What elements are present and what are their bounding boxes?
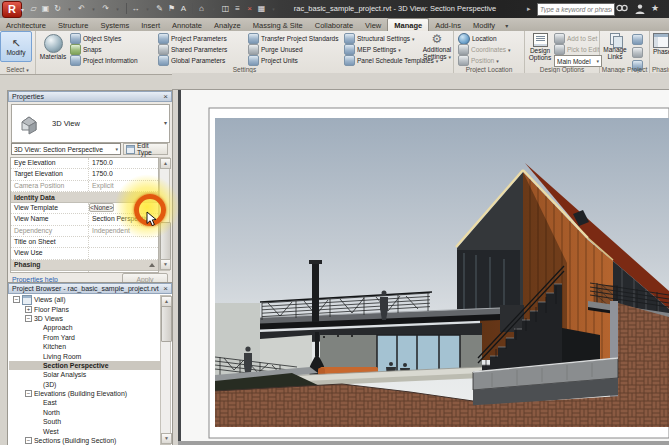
expander-icon[interactable]: − <box>25 390 32 397</box>
scroll-down-icon[interactable]: ▼ <box>161 433 172 444</box>
add-to-set-button[interactable]: Add to Set <box>554 33 602 44</box>
tree-item-3d-views[interactable]: −3D Views <box>9 314 161 323</box>
tree-item-section-perspective[interactable]: Section Perspective <box>9 361 161 370</box>
drawing-area-3d-view[interactable] <box>172 73 669 445</box>
browser-scrollbar[interactable]: ▲ ▼ <box>160 295 171 445</box>
select-panel-label[interactable]: Select ▾ <box>0 65 35 74</box>
properties-close-icon[interactable]: × <box>163 92 168 101</box>
tab-analyze[interactable]: Analyze <box>208 19 247 31</box>
view-selector-combo[interactable]: 3D View: Section Perspective▾ <box>11 143 121 155</box>
tree-item-sections[interactable]: −Sections (Building Section) <box>9 436 161 445</box>
redo-icon[interactable]: ↷ <box>100 3 111 15</box>
expander-icon[interactable]: − <box>25 315 32 322</box>
project-browser-close-icon[interactable]: × <box>163 284 168 293</box>
search-box[interactable] <box>537 3 615 16</box>
scroll-down-icon[interactable]: ▼ <box>160 259 171 270</box>
properties-header[interactable]: Properties × <box>8 91 172 102</box>
favorites-star-icon[interactable]: ★ <box>651 3 659 13</box>
tree-item-kitchen[interactable]: Kitchen <box>9 342 161 351</box>
detail-line-icon[interactable]: ✎ <box>154 3 165 15</box>
shared-parameters-button[interactable]: Shared Parameters <box>158 44 227 55</box>
tab-architecture[interactable]: Architecture <box>0 19 52 31</box>
tree-item-floor-plans[interactable]: +Floor Plans <box>9 304 161 313</box>
collapse-chevron-icon[interactable] <box>149 263 155 267</box>
text-icon[interactable]: A <box>178 3 189 15</box>
decal-types-icon[interactable] <box>632 47 643 58</box>
tab-collaborate[interactable]: Collaborate <box>309 19 359 31</box>
property-row[interactable]: Camera PositionExplicit <box>11 181 158 192</box>
pick-to-edit-button[interactable]: Pick to Edit <box>554 44 602 55</box>
property-row[interactable]: Title on Sheet <box>11 237 158 248</box>
type-selector-dropdown-icon[interactable]: ▾ <box>164 119 167 126</box>
tree-item-east[interactable]: East <box>9 398 161 407</box>
project-parameters-button[interactable]: Project Parameters <box>158 33 227 44</box>
expander-icon[interactable]: + <box>25 306 32 313</box>
tree-item-living-room[interactable]: Living Room <box>9 351 161 360</box>
phases-button[interactable]: Phases <box>653 33 669 55</box>
sign-in-icon[interactable] <box>633 3 647 15</box>
additional-settings-button[interactable]: ⚙ Additional Settings ▾ <box>422 33 452 61</box>
property-row[interactable]: Eye Elevation1750.0 <box>11 158 158 169</box>
tab-view[interactable]: View <box>359 19 387 31</box>
design-options-button[interactable]: Design Options <box>527 33 553 61</box>
redo-dropdown-icon[interactable]: ▾ <box>112 3 123 15</box>
sync-icon[interactable]: ↻ <box>52 3 63 15</box>
scrollbar-thumb[interactable] <box>161 306 172 342</box>
tab-massing-site[interactable]: Massing & Site <box>247 19 309 31</box>
default-3d-view-icon[interactable]: ⌂ <box>196 3 207 15</box>
open-icon[interactable]: ▱ <box>28 3 39 15</box>
search-icon[interactable] <box>615 3 629 15</box>
ribbon-display-toggle-icon[interactable]: ▾ <box>501 20 512 31</box>
transfer-project-standards-button[interactable]: Transfer Project Standards <box>248 33 338 44</box>
tree-item-solar-analysis[interactable]: Solar Analysis <box>9 370 161 379</box>
measure-dropdown-icon[interactable]: ▾ <box>142 3 153 15</box>
expander-icon[interactable]: − <box>13 296 20 303</box>
tag-icon[interactable]: ⚑ <box>166 3 177 15</box>
tab-insert[interactable]: Insert <box>135 19 166 31</box>
tab-modify[interactable]: Modify <box>467 19 501 31</box>
coordinates-button[interactable]: Coordinates▾ <box>458 44 511 55</box>
tree-item-west[interactable]: West <box>9 426 161 435</box>
undo-dropdown-icon[interactable]: ▾ <box>88 3 99 15</box>
manage-images-icon[interactable] <box>632 34 643 45</box>
object-styles-button[interactable]: Object Styles <box>70 33 138 44</box>
purge-unused-button[interactable]: Purge Unused <box>248 44 338 55</box>
scrollbar-thumb[interactable] <box>160 222 171 260</box>
tree-item-north[interactable]: North <box>9 408 161 417</box>
undo-icon[interactable]: ↶ <box>76 3 87 15</box>
tree-item-elevations[interactable]: −Elevations (Building Elevation) <box>9 389 161 398</box>
property-row[interactable]: Target Elevation1750.0 <box>11 169 158 180</box>
tab-structure[interactable]: Structure <box>52 19 94 31</box>
tree-item-approach[interactable]: Approach <box>9 323 161 332</box>
application-menu-arrow-icon[interactable]: ▾ <box>21 6 24 13</box>
tab-manage[interactable]: Manage <box>387 18 429 31</box>
property-row[interactable]: DependencyIndependent <box>11 226 158 237</box>
type-selector[interactable]: 3D View ▾ <box>11 104 170 143</box>
tab-annotate[interactable]: Annotate <box>166 19 208 31</box>
property-row[interactable]: View Use <box>11 248 158 259</box>
snaps-button[interactable]: Snaps <box>70 44 138 55</box>
modify-button[interactable]: ↖ Modify <box>0 31 32 62</box>
materials-button[interactable]: Materials <box>39 34 67 60</box>
infocenter-expander-icon[interactable]: ▸ <box>527 5 531 13</box>
tree-item-south[interactable]: South <box>9 417 161 426</box>
tree-item-3d[interactable]: (3D) <box>9 380 161 389</box>
expander-icon[interactable]: − <box>25 437 32 444</box>
search-input[interactable] <box>538 6 614 13</box>
thin-lines-icon[interactable]: ≡ <box>232 3 243 15</box>
edit-type-button[interactable]: Edit Type <box>123 143 168 155</box>
sync-dropdown-icon[interactable]: ▾ <box>64 3 75 15</box>
section-icon[interactable]: ◫ <box>220 3 231 15</box>
tab-addins[interactable]: Add-Ins <box>429 19 467 31</box>
project-browser-header[interactable]: Project Browser - rac_basic_sample_proje… <box>8 283 172 294</box>
manage-links-button[interactable]: Manage Links <box>602 33 628 60</box>
application-menu-button[interactable]: R <box>2 1 22 18</box>
tree-item-views-all[interactable]: −Views (all) <box>9 295 161 304</box>
view-template-button[interactable]: <None> <box>89 203 114 212</box>
scroll-up-icon[interactable]: ▲ <box>160 158 171 169</box>
tab-systems[interactable]: Systems <box>94 19 135 31</box>
property-group-header[interactable]: Phasing <box>11 260 158 271</box>
location-button[interactable]: Location <box>458 33 511 44</box>
tree-item-from-yard[interactable]: From Yard <box>9 333 161 342</box>
measure-icon[interactable]: ↔ <box>130 3 141 15</box>
